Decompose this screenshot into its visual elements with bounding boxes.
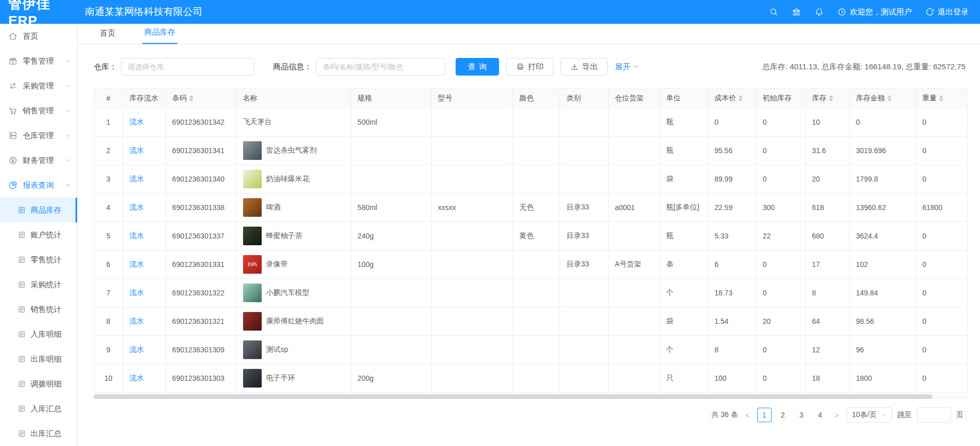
sidebar-item-reports[interactable]: 报表查询: [0, 173, 77, 198]
document-icon: [18, 231, 26, 239]
column-header-stock[interactable]: 库存: [805, 88, 849, 108]
page-button-2[interactable]: 2: [776, 408, 790, 422]
filter-bar: 仓库： 商品信息： 查询 打印 导出 展开 总库存: 4011.13, 总库存金: [94, 58, 966, 76]
cell-unit: 个: [660, 279, 708, 307]
cell-unit: 个: [660, 336, 708, 364]
flow-link[interactable]: 流水: [129, 174, 144, 183]
cell-model: [431, 165, 513, 194]
page-button-4[interactable]: 4: [813, 408, 827, 422]
flow-link[interactable]: 流水: [129, 317, 144, 325]
sidebar-item-finance[interactable]: 财务管理: [0, 148, 77, 173]
cell-shelf: [608, 307, 659, 336]
flow-link[interactable]: 流水: [129, 231, 144, 240]
sidebar-subitem-transfer-detail[interactable]: 调拨明细: [0, 371, 77, 396]
page-size-select[interactable]: 10条/页: [847, 407, 892, 423]
page-button-3[interactable]: 3: [794, 408, 809, 422]
sort-icon[interactable]: [939, 95, 943, 101]
cell-weight: 0: [916, 336, 968, 364]
page-button-1[interactable]: 1: [757, 408, 772, 422]
column-header-amount[interactable]: 库存金额: [849, 88, 915, 108]
sort-icon[interactable]: [829, 95, 833, 101]
flow-link[interactable]: 流水: [129, 146, 144, 154]
sort-icon[interactable]: [738, 95, 743, 101]
column-header-category: 类别: [560, 88, 608, 108]
table-row: 8流水6901236301321康师傅红烧牛肉面袋1.54206498.560: [94, 307, 968, 336]
column-header-barcode[interactable]: 条码: [165, 88, 236, 108]
sidebar-subitem-outbound-summary[interactable]: 出库汇总: [0, 421, 77, 446]
cell-spec: [351, 137, 431, 165]
warehouse-select-input[interactable]: [121, 58, 254, 76]
cell-stock: 18: [805, 364, 849, 393]
flow-link[interactable]: 流水: [129, 117, 144, 126]
next-page-button[interactable]: >: [833, 411, 841, 420]
cell-category: [560, 279, 608, 307]
sidebar-item-purchase[interactable]: 采购管理: [0, 73, 77, 98]
export-button[interactable]: 导出: [561, 58, 608, 76]
product-name: 小鹏汽车模型: [266, 288, 310, 298]
sidebar-subitem-inbound-summary[interactable]: 入库汇总: [0, 396, 77, 421]
cell-name: 康师傅红烧牛肉面: [236, 307, 351, 336]
flow-link[interactable]: 流水: [129, 260, 144, 268]
sidebar-subitem-retail-stats[interactable]: 零售统计: [0, 247, 77, 272]
bell-icon[interactable]: [815, 7, 824, 17]
product-name: 奶油味爆米花: [266, 174, 310, 184]
sidebar-subitem-purchase-stats[interactable]: 采购统计: [0, 272, 77, 297]
cell-unit: 条: [660, 250, 708, 279]
flow-link[interactable]: 流水: [129, 203, 144, 211]
column-header-cost[interactable]: 成本价: [708, 88, 756, 108]
product-info-label: 商品信息：: [273, 62, 312, 72]
download-icon: [570, 63, 579, 71]
inventory-table: #库存流水条码名称规格型号颜色类别仓位货架单位成本价初始库存库存库存金额重量 1…: [94, 88, 968, 393]
scrollbar-thumb[interactable]: [94, 394, 932, 399]
cell-color: [513, 279, 560, 307]
bank-icon[interactable]: [792, 7, 801, 17]
cell-name: 扫码录像带: [236, 250, 351, 279]
header-actions: 欢迎您，测试用户 退出登录: [769, 7, 980, 17]
cell-unit: 袋: [660, 307, 708, 336]
prev-page-button[interactable]: <: [743, 411, 752, 420]
printer-icon: [516, 63, 524, 71]
flow-link[interactable]: 流水: [129, 345, 144, 353]
column-header-weight[interactable]: 重量: [916, 88, 968, 108]
cell-amount: 1799.8: [849, 165, 915, 194]
product-info-input[interactable]: [316, 58, 445, 76]
tab-goods-stock[interactable]: 商品库存: [142, 27, 177, 44]
sidebar-subitem-account-stats[interactable]: 账户统计: [0, 222, 77, 247]
cell-barcode: 6901236301309: [165, 336, 236, 364]
cell-name: 电子手环: [236, 364, 351, 393]
sidebar-item-warehouse[interactable]: 仓库管理: [0, 123, 77, 148]
cell-shelf: [608, 279, 659, 307]
expand-link[interactable]: 展开: [615, 62, 639, 72]
sidebar-subitem-inbound-detail[interactable]: 入库明细: [0, 322, 77, 347]
flow-link[interactable]: 流水: [129, 374, 144, 382]
sidebar-item-retail[interactable]: 零售管理: [0, 49, 77, 73]
sort-icon[interactable]: [887, 95, 892, 101]
cell-index: 5: [94, 222, 123, 250]
logout-button[interactable]: 退出登录: [925, 7, 969, 17]
cell-weight: 0: [916, 165, 968, 194]
search-button[interactable]: 查询: [456, 58, 499, 76]
sidebar-item-sales[interactable]: 销售管理: [0, 98, 77, 123]
horizontal-scrollbar[interactable]: [94, 394, 968, 399]
cell-index: 2: [94, 137, 123, 165]
tab-home[interactable]: 首页: [98, 28, 117, 44]
cell-color: [513, 307, 560, 336]
product-thumbnail: [243, 141, 262, 160]
cell-color: [513, 364, 560, 393]
flow-link[interactable]: 流水: [129, 288, 144, 296]
cell-model: [431, 279, 513, 307]
cell-index: 9: [94, 336, 123, 364]
cell-spec: [351, 336, 431, 364]
sidebar-subitem-goods-stock[interactable]: 商品库存: [0, 198, 77, 222]
cell-unit: 瓶: [660, 222, 708, 250]
table-row: 10流水6901236301303电子手环200g只10001818000: [94, 364, 968, 393]
sidebar-subitem-outbound-detail[interactable]: 出库明细: [0, 347, 77, 371]
jump-page-input[interactable]: [917, 407, 951, 423]
sort-icon[interactable]: [189, 95, 193, 101]
search-icon[interactable]: [769, 7, 778, 17]
welcome-user[interactable]: 欢迎您，测试用户: [837, 7, 912, 17]
sidebar-subitem-sales-stats[interactable]: 销售统计: [0, 297, 77, 322]
cell-spec: [351, 307, 431, 336]
cell-model: [431, 364, 513, 393]
print-button[interactable]: 打印: [506, 58, 553, 76]
